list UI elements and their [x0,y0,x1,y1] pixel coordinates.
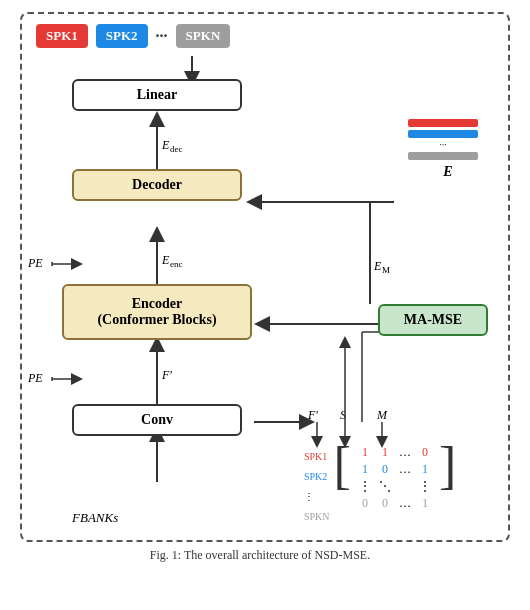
svg-text:M: M [376,408,388,422]
svg-text:F′: F′ [161,368,172,382]
fbanks-label: FBANKs [72,510,118,526]
table-row: ⋮ ⋱ ⋮ [355,478,435,495]
matrix-bracket-left: [ [334,440,351,492]
svg-text:S: S [340,408,346,422]
cell-r0c3: 0 [415,444,435,461]
matrix-area: SPK1 SPK2 ⋮ SPKN [ 1 1 … 0 [304,444,494,526]
diagram-box: E dec E enc PE F′ PE [20,12,510,542]
svg-text:F′: F′ [307,408,318,422]
decoder-block: Decoder [72,169,242,201]
cell-r2c0: ⋮ [355,478,375,495]
cell-r2c1: ⋱ [375,478,395,495]
table-row: 0 0 … 1 [355,495,435,512]
caption: Fig. 1: The overall architecture of NSD-… [20,548,500,563]
cell-r3c0: 0 [355,495,375,512]
e-stack: ··· E [408,119,488,180]
conv-block: Conv [72,404,242,436]
table-row: 1 0 … 1 [355,461,435,478]
matrix-label-spkn: SPKN [304,506,330,526]
cell-r1c1: 0 [375,461,395,478]
encoder-block: Encoder (Conformer Blocks) [62,284,252,340]
matrix-label-spk1: SPK1 [304,446,330,466]
mamse-block: MA-MSE [378,304,488,336]
matrix-table: 1 1 … 0 1 0 … 1 ⋮ ⋱ [355,444,435,512]
e-lines: ··· [408,119,488,160]
matrix-wrap: SPK1 SPK2 ⋮ SPKN [ 1 1 … 0 [304,444,494,526]
matrix-bracket-right: ] [439,440,456,492]
svg-text:M: M [382,265,390,275]
matrix-label-dots: ⋮ [304,486,330,506]
svg-text:E: E [373,259,382,273]
table-row: 1 1 … 0 [355,444,435,461]
cell-r2c2 [395,478,415,495]
svg-text:PE: PE [27,256,43,270]
cell-r0c2: … [395,444,415,461]
matrix-label-spk2: SPK2 [304,466,330,486]
svg-text:enc: enc [170,259,183,269]
spk-row: SPK1 SPK2 ··· SPKN [36,24,236,48]
cell-r0c1: 1 [375,444,395,461]
e-line-blue [408,130,478,138]
svg-text:E: E [161,253,170,267]
e-label: E [408,164,488,180]
main-container: E dec E enc PE F′ PE [20,12,510,563]
cell-r3c3: 1 [415,495,435,512]
cell-r3c1: 0 [375,495,395,512]
cell-r1c0: 1 [355,461,375,478]
spk1-label: SPK1 [36,24,88,48]
spkn-label: SPKN [176,24,231,48]
cell-r3c2: … [395,495,415,512]
e-line-red [408,119,478,127]
svg-text:PE: PE [27,371,43,385]
e-line-gray [408,152,478,160]
matrix-side-labels: SPK1 SPK2 ⋮ SPKN [304,444,330,526]
linear-block: Linear [72,79,242,111]
cell-r0c0: 1 [355,444,375,461]
cell-r1c2: … [395,461,415,478]
spk2-label: SPK2 [96,24,148,48]
svg-text:dec: dec [170,144,183,154]
cell-r2c3: ⋮ [415,478,435,495]
cell-r1c3: 1 [415,461,435,478]
spk-dots: ··· [156,27,168,45]
e-line-dots: ··· [408,141,478,149]
svg-text:E: E [161,138,170,152]
